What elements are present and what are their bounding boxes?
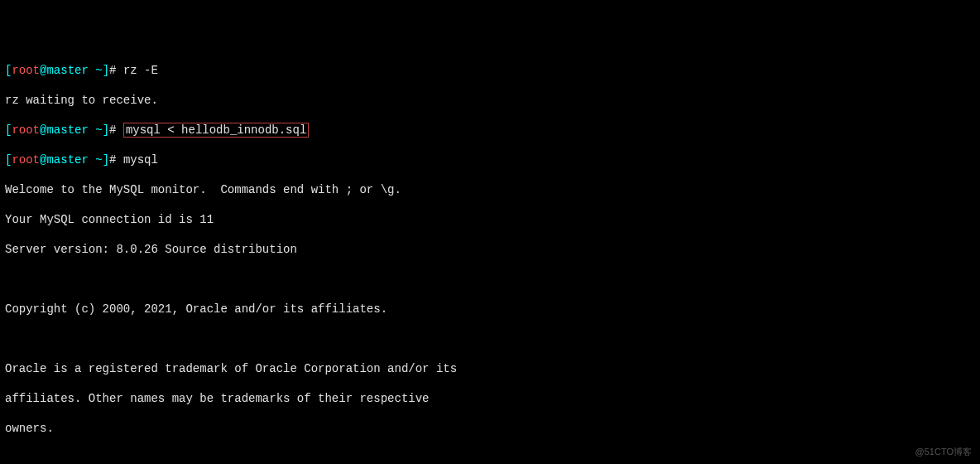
bracket-close: ] [103,64,109,77]
blank-line [5,451,975,464]
mysql-trademark-1: Oracle is a registered trademark of Orac… [5,361,975,376]
mysql-trademark-3: owners. [5,421,975,436]
hash: # [109,64,123,77]
hostname: master [46,64,88,77]
mysql-welcome-2: Your MySQL connection id is 11 [5,212,975,227]
prompt-line-2: [root@master ~]# mysql < hellodb_innodb.… [5,123,975,138]
user: root [12,64,40,77]
rz-output: rz waiting to receive. [5,93,975,108]
mysql-trademark-2: affiliates. Other names may be trademark… [5,391,975,406]
command-import-sql[interactable]: mysql < hellodb_innodb.sql [123,123,309,138]
prompt-line-3: [root@master ~]# mysql [5,152,975,167]
command-rz[interactable]: rz -E [123,64,158,77]
blank-line [5,272,975,287]
path: ~ [89,64,103,77]
mysql-welcome-3: Server version: 8.0.26 Source distributi… [5,242,975,257]
blank-line [5,331,975,346]
mysql-copyright: Copyright (c) 2000, 2021, Oracle and/or … [5,302,975,317]
command-mysql[interactable]: mysql [123,153,158,167]
mysql-welcome-1: Welcome to the MySQL monitor. Commands e… [5,182,975,197]
watermark: @51CTO博客 [915,444,972,459]
prompt-line-1: [root@master ~]# rz -E [5,63,975,78]
